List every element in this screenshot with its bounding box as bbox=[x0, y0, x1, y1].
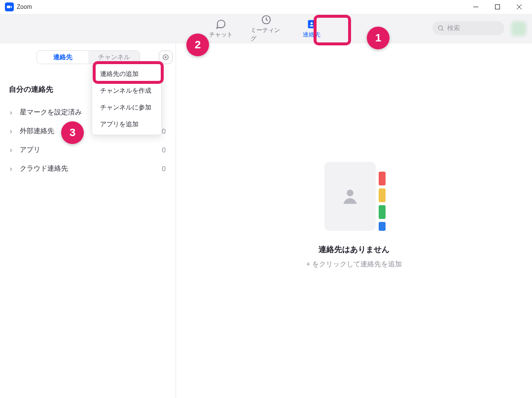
add-dropdown-menu: 連絡先の追加 チャンネルを作成 チャンネルに参加 アプリを追加 bbox=[92, 63, 162, 135]
svg-rect-1 bbox=[496, 5, 500, 9]
nav-meetings-label: ミーティング bbox=[250, 26, 282, 43]
menu-item-add-contact[interactable]: 連絡先の追加 bbox=[92, 66, 161, 82]
search-placeholder: 検索 bbox=[447, 24, 460, 33]
color-tab-green bbox=[379, 205, 386, 219]
nav-contacts[interactable]: 連絡先 bbox=[296, 19, 327, 39]
menu-item-join-channel[interactable]: チャンネルに参加 bbox=[92, 99, 161, 116]
nav-contacts-label: 連絡先 bbox=[303, 31, 320, 39]
add-menu-button[interactable] bbox=[159, 50, 173, 64]
nav-chat-label: チャット bbox=[209, 31, 233, 39]
svg-point-6 bbox=[310, 22, 312, 24]
category-count: 0 bbox=[162, 165, 166, 173]
empty-state-title: 連絡先はありません bbox=[319, 245, 390, 255]
category-label: クラウド連絡先 bbox=[20, 164, 162, 173]
window-maximize-button[interactable] bbox=[487, 0, 508, 14]
empty-state-subtitle: + をクリックして連絡先を追加 bbox=[306, 260, 402, 269]
plus-icon bbox=[162, 54, 169, 61]
title-bar: Zoom bbox=[0, 0, 532, 14]
search-icon bbox=[437, 25, 444, 32]
contact-card-icon bbox=[324, 162, 376, 231]
svg-point-7 bbox=[438, 26, 442, 30]
empty-state: 連絡先はありません + をクリックして連絡先を追加 bbox=[306, 162, 402, 269]
svg-line-8 bbox=[442, 30, 444, 31]
subtab-channels[interactable]: チャンネル bbox=[88, 51, 140, 64]
color-tab-blue bbox=[379, 222, 386, 231]
window-title: Zoom bbox=[17, 3, 32, 10]
window-minimize-button[interactable] bbox=[465, 0, 487, 14]
subtab-contacts[interactable]: 連絡先 bbox=[37, 51, 88, 64]
svg-point-12 bbox=[347, 190, 353, 196]
annotation-step-1: 1 bbox=[367, 27, 390, 49]
annotation-step-2: 2 bbox=[186, 34, 209, 56]
search-input[interactable]: 検索 bbox=[432, 21, 504, 35]
color-tab-red bbox=[379, 172, 386, 185]
annotation-step-3: 3 bbox=[61, 121, 84, 144]
profile-avatar[interactable] bbox=[511, 21, 526, 36]
category-count: 0 bbox=[162, 127, 166, 135]
empty-state-illustration bbox=[324, 162, 384, 231]
category-apps[interactable]: › アプリ 0 bbox=[0, 141, 176, 159]
chevron-right-icon: › bbox=[10, 146, 14, 154]
chevron-right-icon: › bbox=[10, 109, 14, 116]
menu-item-add-app[interactable]: アプリを追加 bbox=[92, 116, 161, 133]
color-tab-yellow bbox=[379, 188, 386, 202]
contacts-sidebar: 連絡先 チャンネル 連絡先の追加 チャンネルを作成 チャンネルに参加 アプリを追… bbox=[0, 43, 176, 398]
category-cloud[interactable]: › クラウド連絡先 0 bbox=[0, 159, 176, 178]
top-nav-bar: チャット ミーティング 連絡先 検索 bbox=[0, 14, 532, 43]
main-panel: 連絡先はありません + をクリックして連絡先を追加 bbox=[176, 43, 532, 398]
zoom-app-icon bbox=[5, 2, 14, 11]
nav-chat[interactable]: チャット bbox=[205, 19, 237, 39]
category-label: アプリ bbox=[20, 145, 162, 154]
window-close-button[interactable] bbox=[508, 0, 530, 14]
category-count: 0 bbox=[162, 146, 166, 154]
nav-meetings[interactable]: ミーティング bbox=[250, 14, 282, 43]
chevron-right-icon: › bbox=[10, 165, 14, 173]
menu-item-create-channel[interactable]: チャンネルを作成 bbox=[92, 82, 161, 99]
contacts-subtabs: 連絡先 チャンネル bbox=[36, 50, 140, 64]
chevron-right-icon: › bbox=[10, 127, 14, 135]
